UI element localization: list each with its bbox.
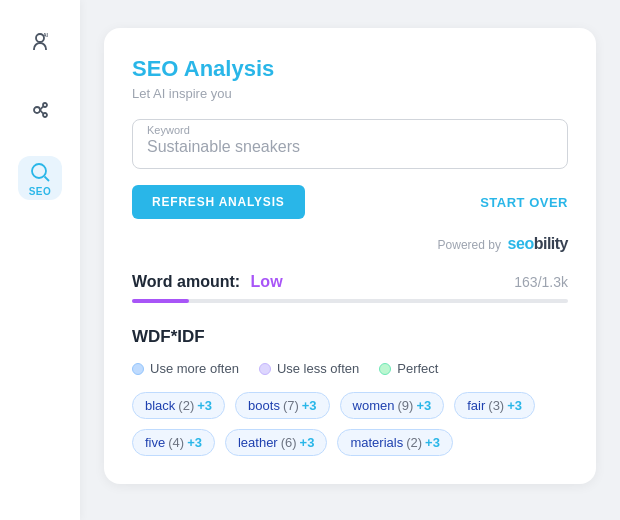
powered-by: Powered by seobility bbox=[132, 235, 568, 253]
keyword-label: Keyword bbox=[147, 124, 553, 136]
svg-point-4 bbox=[43, 113, 47, 117]
tag-count: (2) bbox=[178, 398, 194, 413]
tag-plus: +3 bbox=[300, 435, 315, 450]
svg-line-6 bbox=[40, 110, 43, 114]
use-less-dot bbox=[259, 363, 271, 375]
connections-icon bbox=[28, 98, 52, 122]
keyword-field: Keyword bbox=[132, 119, 568, 169]
legend-row: Use more often Use less often Perfect bbox=[132, 361, 568, 376]
tag-word: five bbox=[145, 435, 165, 450]
app-container: AI SEO SEO Analysis Let AI inspire you bbox=[0, 0, 620, 520]
main-content: SEO Analysis Let AI inspire you Keyword … bbox=[80, 0, 620, 520]
tag-plus: +3 bbox=[416, 398, 431, 413]
tag-word: fair bbox=[467, 398, 485, 413]
tag-plus: +3 bbox=[507, 398, 522, 413]
tags-container: black (2) +3boots (7) +3women (9) +3fair… bbox=[132, 392, 568, 456]
svg-text:AI: AI bbox=[43, 32, 49, 38]
svg-point-7 bbox=[32, 164, 46, 178]
use-more-dot bbox=[132, 363, 144, 375]
tag-plus: +3 bbox=[197, 398, 212, 413]
tag-count: (4) bbox=[168, 435, 184, 450]
refresh-analysis-button[interactable]: REFRESH ANALYSIS bbox=[132, 185, 305, 219]
tag-word: women bbox=[353, 398, 395, 413]
word-amount-status: Low bbox=[251, 273, 283, 290]
perfect-label: Perfect bbox=[397, 361, 438, 376]
tag-word: materials bbox=[350, 435, 403, 450]
word-amount-label: Word amount: Low bbox=[132, 273, 283, 291]
use-less-label: Use less often bbox=[277, 361, 359, 376]
tag-word: boots bbox=[248, 398, 280, 413]
tag-count: (2) bbox=[406, 435, 422, 450]
page-title: SEO Analysis bbox=[132, 56, 568, 82]
tag-plus: +3 bbox=[425, 435, 440, 450]
seobility-brand: seobility bbox=[508, 235, 568, 252]
tag-five[interactable]: five (4) +3 bbox=[132, 429, 215, 456]
tag-count: (9) bbox=[398, 398, 414, 413]
sidebar-item-seo[interactable]: SEO bbox=[18, 156, 62, 200]
tag-word: leather bbox=[238, 435, 278, 450]
powered-by-label: Powered by bbox=[438, 238, 501, 252]
use-more-label: Use more often bbox=[150, 361, 239, 376]
wdfidf-title: WDF*IDF bbox=[132, 327, 568, 347]
tag-plus: +3 bbox=[187, 435, 202, 450]
start-over-button[interactable]: START OVER bbox=[480, 195, 568, 210]
svg-point-2 bbox=[34, 107, 40, 113]
seo-card: SEO Analysis Let AI inspire you Keyword … bbox=[104, 28, 596, 484]
tag-plus: +3 bbox=[302, 398, 317, 413]
ai-writer-icon: AI bbox=[28, 30, 52, 54]
tag-materials[interactable]: materials (2) +3 bbox=[337, 429, 452, 456]
legend-use-more: Use more often bbox=[132, 361, 239, 376]
legend-perfect: Perfect bbox=[379, 361, 438, 376]
keyword-input[interactable] bbox=[147, 138, 553, 156]
perfect-dot bbox=[379, 363, 391, 375]
tag-word: black bbox=[145, 398, 175, 413]
seo-label: SEO bbox=[29, 186, 52, 197]
sidebar: AI SEO bbox=[0, 0, 80, 520]
tag-count: (3) bbox=[488, 398, 504, 413]
seo-icon bbox=[28, 160, 52, 184]
tag-boots[interactable]: boots (7) +3 bbox=[235, 392, 330, 419]
progress-bar-fill bbox=[132, 299, 189, 303]
tag-leather[interactable]: leather (6) +3 bbox=[225, 429, 327, 456]
sidebar-item-ai-writer[interactable]: AI bbox=[18, 20, 62, 64]
sidebar-item-connections[interactable] bbox=[18, 88, 62, 132]
word-amount-count: 163/1.3k bbox=[514, 274, 568, 290]
tag-count: (7) bbox=[283, 398, 299, 413]
legend-use-less: Use less often bbox=[259, 361, 359, 376]
word-amount-text: Word amount: bbox=[132, 273, 240, 290]
tag-black[interactable]: black (2) +3 bbox=[132, 392, 225, 419]
progress-bar bbox=[132, 299, 568, 303]
svg-point-3 bbox=[43, 103, 47, 107]
word-amount-row: Word amount: Low 163/1.3k bbox=[132, 273, 568, 291]
svg-line-8 bbox=[45, 176, 50, 181]
tag-women[interactable]: women (9) +3 bbox=[340, 392, 445, 419]
tag-count: (6) bbox=[281, 435, 297, 450]
tag-fair[interactable]: fair (3) +3 bbox=[454, 392, 535, 419]
buttons-row: REFRESH ANALYSIS START OVER bbox=[132, 185, 568, 219]
page-subtitle: Let AI inspire you bbox=[132, 86, 568, 101]
svg-line-5 bbox=[40, 107, 43, 111]
